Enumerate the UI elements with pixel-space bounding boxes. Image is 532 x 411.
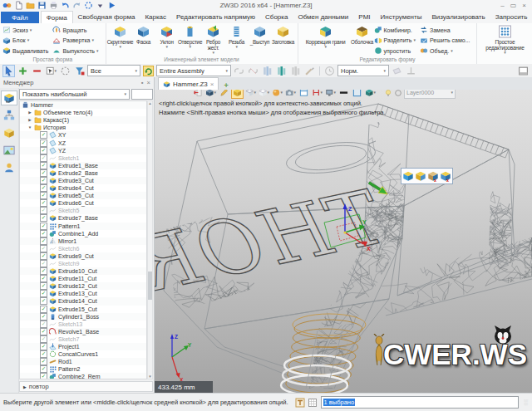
line-width-icon[interactable] bbox=[337, 90, 350, 99]
ribbon-button-Отверстие[interactable]: Отверстие▾ bbox=[179, 25, 202, 49]
add-select-icon[interactable] bbox=[17, 65, 29, 77]
entity-filter-combo[interactable]: Все▾ bbox=[87, 65, 140, 76]
shaded-cube-icon[interactable]: ▾ bbox=[364, 90, 377, 99]
file-menu-button[interactable]: Файл bbox=[1, 12, 39, 23]
visibility-checkbox[interactable]: ✓ bbox=[40, 162, 47, 169]
ribbon-button-Резьба[interactable]: Резьба▾ bbox=[225, 25, 249, 49]
tree-item-Объемное тело(4)[interactable]: ▶Объемное тело(4) bbox=[20, 109, 146, 116]
visibility-checkbox[interactable]: ✓ bbox=[40, 373, 47, 379]
ribbon-tab-6[interactable]: Обмен данными bbox=[293, 11, 353, 23]
cube-a-icon[interactable] bbox=[402, 170, 414, 182]
ribbon-button-Развертка[interactable]: Развертка▾ bbox=[52, 36, 98, 46]
wireframe-icon[interactable]: ▾ bbox=[244, 90, 257, 99]
ribbon-button-Ребро жест.[interactable]: Ребро жест.▾ bbox=[202, 25, 225, 55]
visibility-checkbox[interactable]: ✓ bbox=[40, 282, 47, 290]
collapse-icon[interactable]: ▼ bbox=[27, 125, 32, 130]
display-icon[interactable]: ▾ bbox=[324, 90, 337, 99]
visibility-checkbox[interactable]: ✓ bbox=[40, 169, 47, 177]
tree-item-Каркас(1)[interactable]: ▶Каркас(1) bbox=[20, 116, 146, 124]
link-icon[interactable] bbox=[233, 65, 245, 77]
visibility-checkbox[interactable]: ✓ bbox=[40, 245, 47, 252]
ribbon-tab-3[interactable]: Каркас bbox=[140, 11, 171, 23]
tree-item-Extrude14_Cut[interactable]: ✓Extrude14_Cut bbox=[20, 297, 146, 305]
tree-filter-combo[interactable]: Показать наибольший ▾ bbox=[19, 89, 130, 100]
ribbon-button-Разделить[interactable]: Разделить▾ bbox=[374, 36, 416, 46]
visibility-checkbox[interactable]: ✓ bbox=[40, 199, 47, 207]
ribbon-button-Оболочка[interactable]: Оболочка bbox=[351, 25, 374, 45]
visibility-checkbox[interactable]: ✓ bbox=[40, 275, 47, 282]
panel-pin-icon[interactable]: ▪ bbox=[141, 79, 144, 86]
tree-item-Revolve1_Base[interactable]: ✓Revolve1_Base bbox=[20, 328, 146, 335]
ribbon-button-_Выступ[interactable]: _Выступ bbox=[249, 25, 272, 45]
view-orient-combo[interactable]: Норм.▾ bbox=[337, 65, 389, 76]
window-close-button[interactable]: × bbox=[522, 1, 526, 10]
edit-sketch-icon[interactable] bbox=[218, 90, 230, 99]
circle-icon[interactable] bbox=[394, 90, 402, 97]
shade-mode-icon[interactable] bbox=[231, 90, 244, 99]
visibility-checkbox[interactable]: ✓ bbox=[40, 350, 47, 358]
exit-icon[interactable] bbox=[191, 90, 204, 99]
resize-grip[interactable]: ░ bbox=[524, 399, 529, 405]
brush-icon[interactable] bbox=[303, 65, 316, 77]
ribbon-button-Скругление[interactable]: Скругление▾ bbox=[109, 25, 132, 49]
ribbon-tab-2[interactable]: Свободная форма bbox=[73, 11, 140, 23]
expand-icon[interactable]: ▶ bbox=[27, 118, 32, 122]
tree-item-Sketch1[interactable]: ✓Sketch1 bbox=[20, 154, 146, 162]
frame-icon[interactable] bbox=[351, 90, 363, 99]
select-cursor-icon[interactable] bbox=[2, 65, 15, 77]
stack-blue-icon[interactable] bbox=[261, 65, 273, 77]
visibility-checkbox[interactable]: ✓ bbox=[40, 306, 47, 313]
visibility-checkbox[interactable]: ✓ bbox=[40, 260, 47, 267]
view-cube-icon[interactable]: ▾ bbox=[204, 90, 217, 99]
ribbon-button-Простое редактирование[interactable]: Простое редактирование▾ bbox=[480, 25, 530, 55]
user-icon[interactable] bbox=[1, 160, 17, 175]
pick-filter-icon[interactable]: ▾ bbox=[45, 65, 57, 77]
ribbon-tab-5[interactable]: Сборка bbox=[260, 11, 293, 23]
ribbon-button-Замена[interactable]: Замена bbox=[420, 25, 470, 35]
ribbon-button-Выдавливать[interactable]: Выдавливать bbox=[2, 46, 48, 56]
tree-item-Cylinder1_Boss[interactable]: ✓Cylinder1_Boss bbox=[20, 313, 146, 320]
stack-teal-icon[interactable] bbox=[275, 65, 288, 77]
ribbon-button-Эскиз[interactable]: Эскиз▾ bbox=[2, 25, 48, 35]
tree-item-Hammer[interactable]: Hammer bbox=[20, 101, 146, 109]
visibility-checkbox[interactable]: ✓ bbox=[40, 313, 47, 320]
ribbon-button-Объед.[interactable]: Объед.▾ bbox=[420, 46, 470, 56]
ribbon-button-Фаска[interactable]: Фаска bbox=[132, 25, 155, 45]
ribbon-button-Решить само...[interactable]: Решить само... bbox=[420, 36, 470, 46]
tree-item-Sketch6[interactable]: ✓Sketch6 bbox=[20, 245, 146, 252]
document-tab[interactable]: Hammer.Z3 × bbox=[158, 77, 219, 90]
visualize-icon[interactable] bbox=[1, 143, 17, 158]
ghost-cube-icon[interactable]: ▾ bbox=[258, 90, 270, 99]
visibility-checkbox[interactable]: ✓ bbox=[40, 365, 47, 373]
tree-item-Extrude2_Base[interactable]: ✓Extrude2_Base bbox=[20, 169, 146, 177]
visibility-checkbox[interactable]: ✓ bbox=[40, 147, 47, 154]
ribbon-tab-1[interactable]: Форма bbox=[41, 11, 73, 24]
tree-item-Extrude11_Cut[interactable]: ✓Extrude11_Cut bbox=[20, 275, 146, 282]
camera-icon[interactable]: ▾ bbox=[284, 90, 297, 99]
render-mode-icon[interactable]: ▾ bbox=[271, 90, 283, 99]
lasso-icon[interactable] bbox=[59, 65, 71, 77]
tree-item-Combine1_Add[interactable]: ✓Combine1_Add bbox=[20, 230, 146, 237]
tree-item-История[interactable]: ▼История bbox=[20, 124, 146, 131]
ribbon-button-Комбинир.[interactable]: Комбинир. bbox=[374, 25, 416, 35]
ribbon-tab-9[interactable]: Визуализировать bbox=[426, 11, 490, 23]
tree-item-Extrude7_Base[interactable]: ✓Extrude7_Base bbox=[20, 214, 146, 222]
tree-item-Extrude9_Cut[interactable]: ✓Extrude9_Cut bbox=[20, 252, 146, 260]
cube-b-icon[interactable] bbox=[415, 170, 426, 182]
dropdown-arrow-icon[interactable] bbox=[96, 1, 105, 10]
visibility-checkbox[interactable]: ✓ bbox=[40, 328, 47, 335]
play-icon[interactable] bbox=[107, 1, 116, 10]
selection-input[interactable]: 1 выбрано bbox=[321, 396, 519, 409]
tree-item-Extrude10_Cut[interactable]: ✓Extrude10_Cut bbox=[20, 267, 146, 275]
tree-item-XY[interactable]: ✓XY bbox=[20, 131, 146, 139]
tree-item-Sketch5[interactable]: ✓Sketch5 bbox=[20, 207, 146, 214]
tree-item-Extrude12_Cut[interactable]: ✓Extrude12_Cut bbox=[20, 282, 146, 290]
clock-icon[interactable] bbox=[323, 65, 336, 77]
tree-filter-cell[interactable] bbox=[131, 89, 153, 100]
visibility-checkbox[interactable]: ✓ bbox=[40, 297, 47, 305]
visibility-checkbox[interactable]: ✓ bbox=[40, 230, 47, 237]
viewport[interactable]: THOR bbox=[155, 90, 532, 393]
ribbon-tab-7[interactable]: PMI bbox=[353, 11, 375, 23]
new-file-icon[interactable] bbox=[14, 1, 23, 10]
perp-icon[interactable] bbox=[405, 65, 417, 77]
